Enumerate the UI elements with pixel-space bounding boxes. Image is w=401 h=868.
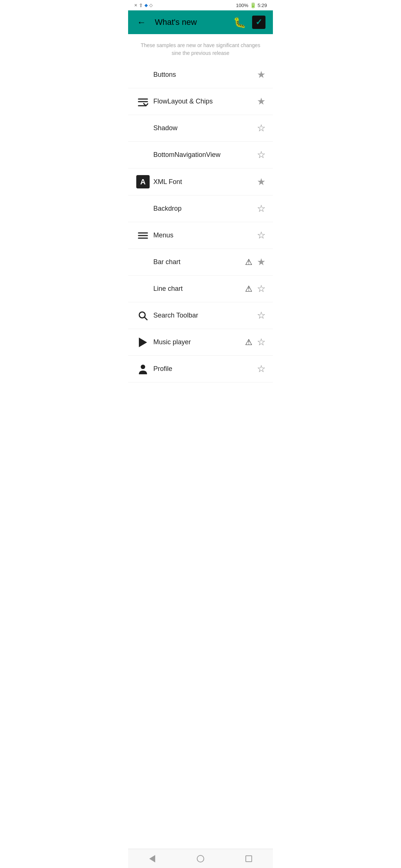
menu-lines-icon — [138, 231, 148, 240]
status-right: 100% 🔋 5:29 — [236, 2, 267, 8]
item-actions-shadow: ☆ — [257, 122, 265, 134]
item-actions-bottom-nav: ☆ — [257, 149, 265, 161]
shield-icon: ◆ — [144, 3, 148, 8]
star-icon-buttons[interactable]: ★ — [257, 69, 265, 80]
item-label-music-player: Music player — [153, 338, 245, 346]
play-icon — [139, 338, 147, 347]
star-icon-backdrop[interactable]: ☆ — [257, 203, 265, 214]
item-label-profile: Profile — [153, 365, 257, 373]
signal-icon: ✕ — [134, 3, 137, 8]
item-label-bottom-nav: BottomNavigationView — [153, 151, 257, 159]
svg-point-9 — [141, 365, 145, 369]
item-label-shadow: Shadow — [153, 124, 257, 132]
warning-icon: ⚠ — [245, 338, 252, 347]
item-label-backdrop: Backdrop — [153, 205, 257, 213]
list-item-music-player[interactable]: Music player⚠☆ — [128, 329, 273, 356]
item-actions-bar-chart: ⚠★ — [245, 256, 265, 268]
star-icon-profile[interactable]: ☆ — [257, 363, 265, 375]
warning-icon: ⚠ — [245, 284, 252, 294]
svg-marker-8 — [139, 338, 147, 347]
item-label-search-toolbar: Search Toolbar — [153, 312, 257, 319]
star-icon-line-chart[interactable]: ☆ — [257, 283, 265, 295]
back-button[interactable]: ← — [134, 15, 149, 30]
item-label-xml-font: XML Font — [153, 178, 257, 186]
toolbar-actions: 🐛 — [231, 14, 267, 30]
location-icon: ◇ — [149, 3, 153, 8]
list-container: Buttons★ FlowLayout & Chips★Shadow☆Botto… — [128, 62, 273, 382]
svg-line-7 — [144, 317, 147, 320]
item-actions-flow-layout: ★ — [257, 96, 265, 107]
item-actions-search-toolbar: ☆ — [257, 310, 265, 321]
item-actions-buttons: ★ — [257, 69, 265, 80]
back-arrow-icon: ← — [137, 17, 146, 27]
list-item-backdrop[interactable]: Backdrop☆ — [128, 195, 273, 222]
item-label-buttons: Buttons — [153, 71, 257, 79]
status-bar: ✕ ⇧ ◆ ◇ 100% 🔋 5:29 — [128, 0, 273, 10]
icon-xml-font: A — [136, 175, 150, 188]
time-text: 5:29 — [258, 3, 267, 8]
star-icon-bar-chart[interactable]: ★ — [257, 256, 265, 268]
item-label-line-chart: Line chart — [153, 285, 245, 293]
star-icon-shadow[interactable]: ☆ — [257, 122, 265, 134]
icon-search-toolbar — [136, 311, 150, 320]
list-item-flow-layout[interactable]: FlowLayout & Chips★ — [128, 88, 273, 115]
check-filter-button[interactable] — [251, 14, 267, 30]
list-item-menus[interactable]: Menus☆ — [128, 222, 273, 249]
check-box-icon — [252, 16, 265, 29]
wrap-lines-icon — [138, 96, 148, 107]
status-left: ✕ ⇧ ◆ ◇ — [134, 3, 153, 8]
toolbar-title: What's new — [155, 17, 225, 27]
icon-music-player — [136, 338, 150, 347]
person-icon — [138, 364, 148, 374]
list-item-bottom-nav[interactable]: BottomNavigationView☆ — [128, 142, 273, 168]
item-actions-music-player: ⚠☆ — [245, 336, 265, 348]
item-actions-menus: ☆ — [257, 230, 265, 241]
item-actions-backdrop: ☆ — [257, 203, 265, 214]
letter-a-icon: A — [136, 175, 150, 188]
bug-report-button[interactable]: 🐛 — [231, 14, 248, 30]
wifi-icon: ⇧ — [139, 3, 143, 8]
star-icon-flow-layout[interactable]: ★ — [257, 96, 265, 107]
list-item-bar-chart[interactable]: Bar chart⚠★ — [128, 249, 273, 276]
list-item-search-toolbar[interactable]: Search Toolbar☆ — [128, 302, 273, 329]
list-item-shadow[interactable]: Shadow☆ — [128, 115, 273, 142]
item-actions-profile: ☆ — [257, 363, 265, 375]
star-icon-xml-font[interactable]: ★ — [257, 176, 265, 188]
item-label-menus: Menus — [153, 231, 257, 239]
toolbar: ← What's new 🐛 — [128, 10, 273, 34]
star-icon-music-player[interactable]: ☆ — [257, 336, 265, 348]
icon-menus — [136, 231, 150, 240]
star-icon-search-toolbar[interactable]: ☆ — [257, 310, 265, 321]
list-item-buttons[interactable]: Buttons★ — [128, 62, 273, 88]
list-item-profile[interactable]: Profile☆ — [128, 356, 273, 382]
list-item-xml-font[interactable]: AXML Font★ — [128, 168, 273, 195]
bug-icon: 🐛 — [233, 16, 246, 29]
item-label-bar-chart: Bar chart — [153, 258, 245, 266]
icon-profile — [136, 364, 150, 374]
subtitle-text: These samples are new or have significan… — [128, 34, 273, 62]
icon-flow-layout — [136, 96, 150, 107]
item-label-flow-layout: FlowLayout & Chips — [153, 98, 257, 105]
battery-icon: 🔋 — [250, 2, 256, 8]
item-actions-line-chart: ⚠☆ — [245, 283, 265, 295]
star-icon-bottom-nav[interactable]: ☆ — [257, 149, 265, 161]
warning-icon: ⚠ — [245, 257, 252, 267]
star-icon-menus[interactable]: ☆ — [257, 230, 265, 241]
battery-text: 100% — [236, 3, 248, 8]
search-icon — [138, 311, 148, 320]
list-item-line-chart[interactable]: Line chart⚠☆ — [128, 276, 273, 302]
item-actions-xml-font: ★ — [257, 176, 265, 188]
